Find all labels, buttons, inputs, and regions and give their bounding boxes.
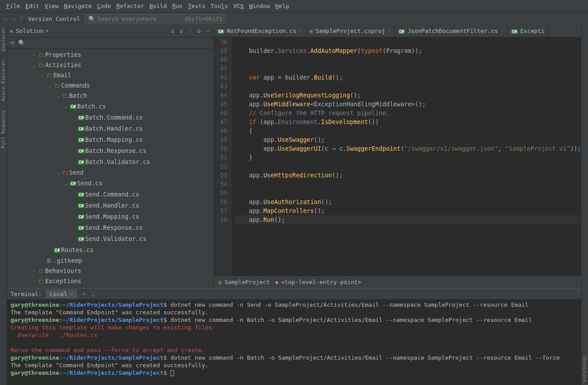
tree-node[interactable]: ⌄C#Send.cs [7,178,214,189]
folder-icon: 🗀 [61,168,69,178]
menu-refactor[interactable]: Refactor [114,3,147,9]
tree-node[interactable]: C#Batch.Handler.cs [7,123,214,134]
nav-back-icon[interactable]: ← [4,15,7,22]
new-terminal-icon[interactable]: ＋ [81,290,87,298]
close-icon[interactable]: × [501,28,504,34]
tree-node[interactable]: ›🗀Exceptions [7,276,214,286]
collapse-all-icon[interactable]: ⇵ [178,28,184,34]
filter-search-icon[interactable]: 🔍 [18,40,25,46]
divider: | [187,28,193,34]
nav-forward-icon[interactable]: → [12,15,15,22]
editor-tab-bar: C#NotFoundException.cs×▣SampleProject.cs… [214,25,581,37]
tree-node[interactable]: ⌄🗀Batch [7,91,214,101]
tree-node[interactable]: ⌄C#Batch.cs [7,101,214,112]
tree-node[interactable]: C#Batch.Validator.cs [7,156,214,168]
crumb-project[interactable]: ▣SampleProject [219,279,270,285]
tree-node[interactable]: C#Send.Validator.cs [7,233,214,245]
tree-node-label: Send.Response.cs [85,223,143,233]
chevron-down-icon[interactable]: ⌄ [31,60,37,70]
chevron-down-icon[interactable]: ⌄ [63,178,69,188]
tree-node-label: Exceptions [45,276,81,286]
tree-node-label: Batch.Command.cs [85,112,143,123]
editor-tab[interactable]: C#JsonPatchDocumentFilter.cs× [395,25,508,37]
menu-view[interactable]: View [42,3,61,9]
solution-tree[interactable]: ›🗀Properties⌄🗀Activities⌄🗀Email⌄🗀Command… [7,49,214,288]
editor-tab[interactable]: C#Excepti [508,25,549,37]
menu-window[interactable]: Window [246,3,273,9]
tree-node[interactable]: ⌄🗀Send [7,168,214,178]
explorer-toolbar: ⟲ 🔍 [7,37,214,49]
tree-node-label: Batch.Response.cs [85,146,147,156]
tree-node[interactable]: C#Send.Response.cs [7,222,214,233]
chevron-down-icon[interactable]: ⌄ [63,101,69,112]
menu-build[interactable]: Build [147,3,170,9]
crumb-member[interactable]: ◆<top-level-entry-point> [275,279,361,285]
chevron-down-icon[interactable]: ⌄ [91,291,95,297]
close-icon[interactable]: × [388,28,391,34]
menu-navigate[interactable]: Navigate [61,3,95,9]
terminal-tab[interactable]: Local× [46,289,77,298]
tool-pull-requests[interactable]: Pull Requests [0,110,6,148]
minimize-icon[interactable]: — [205,28,211,34]
menu-help[interactable]: Help [273,3,292,9]
expand-all-icon[interactable]: ⇅ [170,28,176,34]
tab-label: SampleProject.csproj [316,28,385,34]
tree-node[interactable]: C#Send.Handler.cs [7,200,214,211]
folder-icon: 🗀 [45,70,53,80]
menu-run[interactable]: Run [170,3,185,9]
tree-node[interactable]: ›🗀Behaviours [7,266,214,276]
tree-node[interactable]: C#Batch.Command.cs [7,112,214,123]
close-icon[interactable]: × [299,28,302,34]
menu-bar: FileEditViewNavigateCodeRefactorBuildRun… [0,0,588,12]
editor-tab[interactable]: ▣SampleProject.csproj× [306,25,395,37]
tree-node[interactable]: C#Send.Mapping.cs [7,211,214,222]
scope-icon[interactable]: ◈ [10,28,13,34]
menu-code[interactable]: Code [95,3,114,9]
chevron-right-icon[interactable]: › [31,266,37,276]
tree-node[interactable]: ›🗀Properties [7,50,214,60]
menu-tests[interactable]: Tests [185,3,208,9]
tool-explorer[interactable]: Explorer [0,28,6,51]
tree-node[interactable]: C#Send.Command.cs [7,189,214,200]
csharp-file-icon: C# [218,28,224,34]
chevron-down-icon[interactable]: ⌄ [39,70,45,80]
code-editor[interactable]: 3839404142434445464748495051525354555657… [214,37,581,276]
vcs-branch-icon[interactable]: ᚴ [20,16,24,22]
tree-node-label: Send.Validator.cs [85,234,147,244]
tree-node[interactable]: ⌄🗀Email [7,70,214,80]
csharp-file-icon: C# [77,189,85,200]
menu-tools[interactable]: Tools [208,3,230,9]
csharp-file-icon: C# [77,233,85,245]
settings-gear-icon[interactable]: ⚙ [196,28,202,34]
tool-structure[interactable]: Structure [582,356,588,382]
terminal-output[interactable]: gary@threenine:~/RiderProjects/SamplePro… [7,299,581,385]
tree-node[interactable]: ⌄🗀Commands [7,80,214,91]
csharp-file-icon: C# [77,222,85,233]
menu-file[interactable]: File [4,3,23,9]
chevron-down-icon[interactable]: ⌄ [55,91,61,101]
code-content[interactable]: builder.Services.AddAutoMapper(typeof(Pr… [232,37,581,276]
explorer-title[interactable]: Solution [16,28,44,34]
editor-breadcrumb-bar: ▣SampleProject ◆<top-level-entry-point> [214,276,581,288]
folder-icon: 🗀 [37,60,45,70]
tree-node[interactable]: C#Batch.Response.cs [7,145,214,156]
menu-vcs[interactable]: VCS [230,3,246,9]
tree-node[interactable]: C#Batch.Mapping.cs [7,134,214,145]
tree-node-label: Send.Handler.cs [85,201,139,211]
tree-node[interactable]: 🗎.gitkeep [7,256,214,266]
tree-node[interactable]: C#Routes.cs [7,245,214,256]
chevron-down-icon[interactable]: ▾ [45,28,49,34]
tree-node[interactable]: ⌄🗀Activities [7,60,214,70]
chevron-right-icon[interactable]: › [31,50,37,60]
close-icon[interactable]: × [70,291,73,297]
chevron-down-icon[interactable]: ⌄ [55,168,61,178]
line-number-gutter: 3839404142434445464748495051525354555657… [214,37,232,276]
chevron-down-icon[interactable]: ⌄ [47,80,53,91]
search-everywhere-input[interactable]: 🔍Search everywhere Shift+Shift [84,14,226,24]
chevron-right-icon[interactable]: › [31,276,37,286]
tool-azure-explorer[interactable]: Azure Explorer [0,60,6,101]
sync-icon[interactable]: ⟲ [10,40,15,46]
menu-edit[interactable]: Edit [23,3,42,9]
editor-tab[interactable]: C#NotFoundException.cs× [214,25,306,37]
breadcrumb[interactable]: Version Control [28,16,80,22]
